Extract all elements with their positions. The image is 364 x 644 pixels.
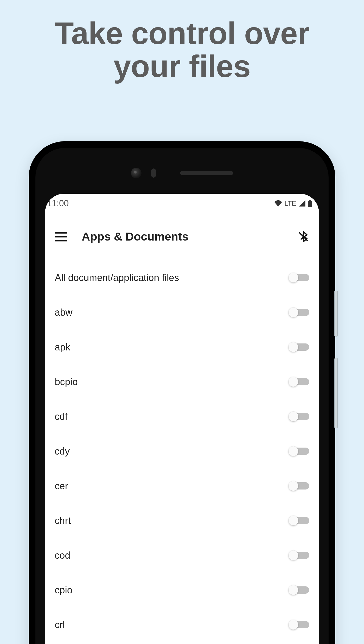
- toggle-thumb: [288, 273, 298, 282]
- toggle-thumb: [288, 550, 298, 560]
- svg-rect-2: [55, 232, 67, 234]
- toggle-thumb: [288, 446, 298, 456]
- list-item-label: cdf: [55, 411, 68, 422]
- list-item: crl: [45, 607, 319, 642]
- list-item: cdf: [45, 399, 319, 434]
- toggle-thumb: [288, 620, 298, 630]
- toggle-switch[interactable]: [289, 272, 309, 283]
- list-item-label: chrt: [55, 515, 71, 526]
- list-item-label: cer: [55, 480, 68, 492]
- toggle-thumb: [288, 516, 298, 526]
- toggle-switch[interactable]: [289, 515, 309, 526]
- toggle-switch[interactable]: [289, 376, 309, 387]
- network-label: LTE: [284, 200, 296, 207]
- list-item: crt (CA): [45, 642, 319, 644]
- toggle-switch[interactable]: [289, 411, 309, 422]
- list-item-label: All document/application files: [55, 272, 179, 283]
- hero-title-line2: your files: [114, 49, 250, 84]
- list-item-label: cod: [55, 550, 70, 561]
- list-item-label: crl: [55, 620, 65, 630]
- file-type-list: All document/application filesabwapkbcpi…: [45, 260, 319, 644]
- list-item: cer: [45, 468, 319, 503]
- list-item: apk: [45, 330, 319, 364]
- list-item-label: cdy: [55, 446, 70, 457]
- list-item: cpio: [45, 573, 319, 607]
- phone-side-button: [334, 291, 338, 336]
- status-indicators: LTE: [274, 200, 312, 207]
- menu-icon[interactable]: [55, 232, 67, 242]
- list-item-label: abw: [55, 307, 72, 318]
- list-item: cod: [45, 538, 319, 573]
- list-item: All document/application files: [45, 260, 319, 295]
- status-time: 11:00: [47, 198, 69, 208]
- svg-rect-0: [309, 200, 311, 201]
- list-item-label: apk: [55, 342, 70, 352]
- phone-bezel: 11:00 LTE: [36, 148, 328, 644]
- toggle-switch[interactable]: [289, 342, 309, 352]
- toggle-thumb: [288, 481, 298, 491]
- svg-rect-4: [55, 240, 67, 242]
- svg-rect-1: [308, 201, 312, 207]
- app-bar: Apps & Documents: [45, 213, 319, 260]
- svg-rect-3: [55, 236, 67, 238]
- bluetooth-disabled-icon[interactable]: [298, 230, 309, 243]
- toggle-switch[interactable]: [289, 480, 309, 491]
- hero-title: Take control over your files: [0, 17, 364, 83]
- list-item: bcpio: [45, 364, 319, 399]
- list-item: abw: [45, 295, 319, 330]
- phone-speaker: [180, 171, 233, 175]
- phone-proximity-sensor: [151, 168, 156, 178]
- signal-icon: [299, 200, 306, 206]
- phone-sensor-bar: [131, 168, 233, 178]
- phone-side-button: [334, 358, 338, 428]
- phone-camera: [131, 168, 142, 178]
- toggle-switch[interactable]: [289, 620, 309, 630]
- list-item: chrt: [45, 503, 319, 538]
- toggle-switch[interactable]: [289, 307, 309, 318]
- toggle-thumb: [288, 377, 298, 386]
- list-item: cdy: [45, 434, 319, 468]
- list-item-label: cpio: [55, 585, 72, 596]
- phone-screen: 11:00 LTE: [45, 194, 319, 644]
- toggle-thumb: [288, 585, 298, 595]
- toggle-switch[interactable]: [289, 585, 309, 595]
- phone-mockup: 11:00 LTE: [29, 141, 335, 644]
- list-item-label: bcpio: [55, 376, 78, 387]
- toggle-thumb: [288, 412, 298, 421]
- battery-icon: [308, 200, 312, 207]
- toggle-switch[interactable]: [289, 550, 309, 560]
- toggle-switch[interactable]: [289, 446, 309, 456]
- app-bar-title: Apps & Documents: [82, 230, 283, 243]
- status-bar: 11:00 LTE: [45, 194, 319, 213]
- wifi-icon: [274, 200, 282, 206]
- toggle-thumb: [288, 342, 298, 352]
- toggle-thumb: [288, 308, 298, 317]
- hero-title-line1: Take control over: [54, 16, 309, 51]
